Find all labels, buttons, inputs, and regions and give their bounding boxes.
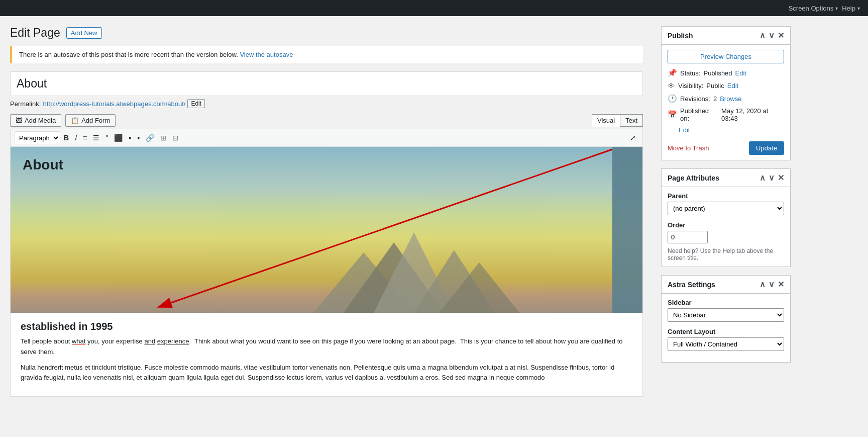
format-toolbar: Paragraph B I ≡ ☰ " ⬛ ▪ ▪ 🔗 ⊞ ⊟ ⤢ (10, 129, 643, 146)
help-button[interactable]: Help ▾ (842, 5, 860, 12)
astra-settings-title: Astra Settings (668, 281, 715, 289)
editor-content-area[interactable]: established in 1995 Tell people about wh… (11, 313, 642, 396)
underline-and: and (144, 337, 155, 345)
title-input[interactable] (11, 73, 642, 95)
published-on-label: Published on: (680, 107, 718, 122)
bold-button[interactable]: B (61, 132, 71, 143)
collapse-up-icon[interactable]: ∧ (759, 31, 766, 40)
add-new-button[interactable]: Add New (66, 27, 102, 39)
publish-box-body: Preview Changes 📌 Status: Published Edit… (662, 45, 790, 160)
ordered-list-button[interactable]: ☰ (90, 132, 102, 143)
add-media-label: Add Media (25, 117, 56, 124)
blockquote-button[interactable]: " (103, 132, 111, 143)
tab-text[interactable]: Text (620, 114, 643, 127)
published-on-row: 📅 Published on: May 12, 2020 at 03:43 (668, 107, 784, 122)
screen-options-label: Screen Options (789, 5, 834, 12)
page-wrap: Edit Page Add New There is an autosave o… (0, 16, 868, 437)
add-form-label: Add Form (81, 117, 110, 124)
permalink-row: Permalink: http://wordpress-tutorials.at… (10, 99, 643, 108)
add-media-button[interactable]: 🖼 Add Media (10, 114, 61, 127)
tab-visual[interactable]: Visual (592, 114, 620, 127)
more-button[interactable]: ⊟ (170, 132, 181, 143)
astra-collapse-down-icon[interactable]: ∨ (769, 280, 775, 289)
order-label: Order (668, 221, 784, 229)
pa-collapse-down-icon[interactable]: ∨ (769, 173, 775, 183)
visibility-edit-link[interactable]: Edit (727, 82, 738, 90)
autosave-notice: There is an autosave of this post that i… (10, 46, 643, 63)
preview-changes-button[interactable]: Preview Changes (668, 50, 784, 63)
move-to-trash-link[interactable]: Move to Trash (668, 144, 709, 152)
revisions-browse-link[interactable]: Browse (720, 95, 741, 103)
page-attributes-box: Page Attributes ∧ ∨ ✕ Parent (no parent)… (661, 168, 791, 267)
parent-select[interactable]: (no parent) Home About Contact (668, 202, 784, 215)
published-on-edit-link[interactable]: Edit (679, 126, 690, 134)
astra-settings-controls: ∧ ∨ ✕ (759, 280, 784, 289)
hero-title-text: About (23, 157, 63, 173)
editor-area: About established in 1995 Tell people ab… (10, 146, 643, 397)
editor-paragraph-2: Nulla hendrerit metus et tincidunt trist… (21, 363, 632, 384)
publish-box-header: Publish ∧ ∨ ✕ (662, 27, 790, 45)
help-chevron: ▾ (857, 6, 860, 11)
autosave-message: There is an autosave of this post that i… (19, 51, 238, 58)
pa-close-icon[interactable]: ✕ (778, 173, 784, 183)
title-wrap (10, 71, 643, 96)
autosave-link[interactable]: View the autosave (240, 51, 293, 58)
admin-top-bar: Screen Options ▾ Help ▾ (0, 0, 868, 16)
hero-image: About (11, 147, 642, 313)
astra-close-icon[interactable]: ✕ (778, 280, 784, 289)
page-attributes-header: Page Attributes ∧ ∨ ✕ (662, 169, 790, 187)
astra-settings-header: Astra Settings ∧ ∨ ✕ (662, 276, 790, 294)
sidebar-select[interactable]: No Sidebar Default Left Sidebar Right Si… (668, 308, 784, 322)
screen-options-button[interactable]: Screen Options ▾ (789, 5, 838, 12)
align-right-button[interactable]: ▪ (135, 132, 142, 143)
visibility-icon: 👁 (668, 81, 675, 90)
close-publish-icon[interactable]: ✕ (778, 31, 784, 40)
content-layout-select[interactable]: Full Width / Contained Boxed Plain Conta… (668, 337, 784, 351)
status-icon: 📌 (668, 68, 677, 77)
publish-box: Publish ∧ ∨ ✕ Preview Changes 📌 Status: … (661, 26, 791, 160)
page-attributes-body: Parent (no parent) Home About Contact Or… (662, 187, 790, 267)
publish-title: Publish (668, 32, 693, 40)
italic-button[interactable]: I (72, 132, 79, 143)
order-input[interactable] (668, 231, 708, 243)
unordered-list-button[interactable]: ≡ (80, 132, 89, 143)
paragraph-select[interactable]: Paragraph (15, 131, 60, 144)
page-header: Edit Page Add New (10, 26, 643, 40)
publish-footer: Move to Trash Update (668, 137, 784, 155)
update-button[interactable]: Update (749, 141, 784, 155)
astra-collapse-up-icon[interactable]: ∧ (759, 280, 766, 289)
mountains-svg (263, 222, 565, 313)
astra-settings-body: Sidebar No Sidebar Default Left Sidebar … (662, 294, 790, 362)
link-button[interactable]: 🔗 (143, 132, 157, 143)
permalink-url[interactable]: http://wordpress-tutorials.atwebpages.co… (43, 100, 185, 108)
align-center-button[interactable]: ▪ (126, 132, 134, 143)
page-title: Edit Page (10, 26, 60, 40)
add-media-icon: 🖼 (16, 117, 22, 124)
permalink-edit-button[interactable]: Edit (187, 99, 205, 108)
add-form-button[interactable]: 📋 Add Form (65, 114, 116, 127)
editor-heading: established in 1995 (21, 321, 632, 332)
published-on-icon: 📅 (668, 110, 677, 119)
underline-experience: experience (157, 337, 189, 345)
underline-what: what (72, 337, 85, 345)
collapse-down-icon[interactable]: ∨ (769, 31, 775, 40)
editor-toolbar-row: 🖼 Add Media 📋 Add Form Visual Text (10, 114, 643, 127)
table-button[interactable]: ⊞ (158, 132, 169, 143)
align-left-button[interactable]: ⬛ (112, 132, 125, 143)
page-attributes-help: Need help? Use the Help tab above the sc… (668, 247, 784, 261)
help-label: Help (842, 5, 855, 12)
content-layout-label: Content Layout (668, 328, 784, 335)
page-attributes-controls: ∧ ∨ ✕ (759, 173, 784, 183)
astra-settings-box: Astra Settings ∧ ∨ ✕ Sidebar No Sidebar … (661, 275, 791, 363)
fullscreen-button[interactable]: ⤢ (627, 132, 638, 143)
sidebar: Publish ∧ ∨ ✕ Preview Changes 📌 Status: … (653, 16, 799, 437)
editor-paragraph-1: Tell people about what you, your experti… (21, 336, 632, 358)
status-edit-link[interactable]: Edit (735, 69, 746, 77)
pa-collapse-up-icon[interactable]: ∧ (759, 173, 766, 183)
editor-tabs: Visual Text (592, 114, 643, 127)
revisions-row: 🕐 Revisions: 2 Browse (668, 94, 784, 103)
content-area: Edit Page Add New There is an autosave o… (0, 16, 653, 437)
revisions-value: 2 (713, 95, 717, 103)
page-attributes-title: Page Attributes (668, 174, 719, 182)
sidebar-label: Sidebar (668, 299, 784, 306)
